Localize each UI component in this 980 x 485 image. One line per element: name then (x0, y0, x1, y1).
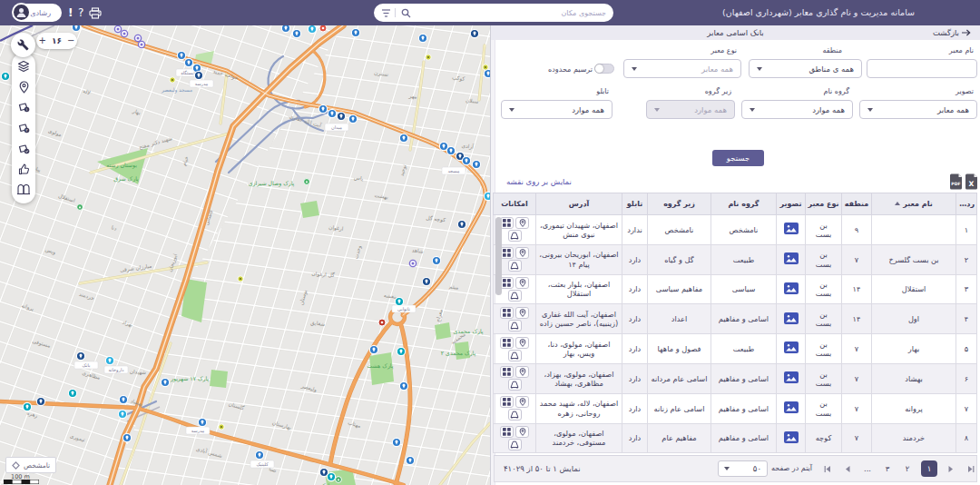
avatar[interactable] (12, 3, 31, 22)
zoom-in-button[interactable]: + (36, 34, 49, 48)
map-marker-pin[interactable] (422, 277, 430, 285)
tag-check-icon[interactable] (16, 142, 31, 156)
map-marker-pin[interactable] (292, 29, 300, 37)
table-scrollbar-thumb[interactable] (495, 217, 502, 295)
row-grid-button[interactable] (500, 217, 514, 229)
map-marker-pin[interactable] (198, 418, 206, 426)
map-marker-pin[interactable] (328, 109, 336, 117)
cell-image[interactable] (777, 334, 806, 364)
column-header[interactable]: تابلو (622, 193, 648, 215)
map-marker-pin[interactable] (76, 351, 84, 360)
help-button[interactable]: ? (78, 0, 83, 25)
map-marker-pin[interactable] (397, 347, 405, 355)
row-grid-button[interactable] (500, 247, 514, 259)
map-canvas[interactable]: بوستان رشتهپارک شرقپارک وصال شیرازیپارک … (0, 25, 491, 485)
page-forward-button[interactable] (945, 460, 957, 477)
map-marker-transit[interactable] (409, 260, 416, 266)
map-marker-pin[interactable] (406, 456, 414, 464)
place-search-input[interactable] (411, 5, 606, 20)
layers-icon[interactable] (16, 59, 31, 74)
sign-select[interactable]: همه موارد (501, 100, 612, 119)
row-locate-button[interactable] (515, 307, 529, 319)
column-header[interactable]: منطقه (842, 193, 872, 215)
row-locate-button[interactable] (515, 366, 529, 378)
tag-badge-1-icon[interactable]: ۱ (16, 100, 31, 114)
map-marker-pin[interactable] (23, 402, 31, 411)
table-row[interactable]: ۸خردمند۷کوچهاسامی و مفاهیممفاهیم عامدارد… (494, 423, 977, 453)
per-page-select[interactable]: ۵۰ (718, 460, 768, 477)
column-header[interactable]: تصویر (777, 193, 806, 215)
map-marker-pin[interactable] (484, 192, 491, 200)
table-row[interactable]: ۷پروانه۷بن بستاسامی و مفاهیماسامی عام زن… (494, 393, 977, 423)
row-sign-button[interactable] (508, 260, 522, 272)
map-marker-pin[interactable] (308, 25, 316, 34)
map-marker-pin[interactable] (281, 25, 289, 33)
row-locate-button[interactable] (515, 426, 529, 438)
street-name-input[interactable] (867, 59, 977, 78)
map-marker-red[interactable] (378, 319, 386, 326)
page-number-button[interactable]: ۲ (901, 460, 914, 477)
map-marker-pin[interactable] (105, 356, 113, 364)
table-row[interactable]: ۶بهشاد۷بن بستاسامی و مفاهیماسامی عام مرد… (494, 363, 977, 393)
map-marker-pin[interactable] (446, 146, 455, 154)
map-marker-pin[interactable] (177, 51, 185, 59)
table-row[interactable]: ۲بن بست گلسرخ۷بن بستطبیعتگل و گیاهدارداص… (494, 244, 977, 274)
zoom-out-button[interactable]: − (64, 34, 77, 48)
column-header[interactable]: زیر گروه (648, 193, 711, 215)
column-header[interactable]: امکانات (494, 193, 536, 215)
tag-badge-2-icon[interactable]: ۲ (16, 121, 31, 135)
region-select[interactable]: همه ی مناطق (749, 59, 862, 78)
alerts-button[interactable]: ! (68, 0, 73, 25)
map-marker-green[interactable] (336, 477, 342, 483)
map-marker-transit[interactable] (121, 30, 127, 36)
map-marker-dot[interactable] (483, 64, 488, 70)
row-grid-button[interactable] (500, 366, 514, 378)
map-marker-dot[interactable] (170, 77, 175, 83)
row-locate-button[interactable] (515, 217, 529, 229)
page-back-button[interactable] (841, 460, 854, 477)
map-marker-pin[interactable] (348, 114, 357, 123)
map-marker-transit[interactable] (134, 35, 141, 41)
name-group-select[interactable]: همه موارد (741, 100, 853, 119)
map-marker-pin[interactable] (184, 58, 192, 66)
table-row[interactable]: ۴اول۱۴بن بستاسامی و مفاهیماعداددارداصفها… (494, 304, 977, 334)
map-marker-dot[interactable] (426, 54, 431, 60)
map-marker-dot[interactable] (219, 424, 224, 430)
row-sign-button[interactable] (508, 350, 522, 361)
row-locate-button[interactable] (515, 277, 529, 289)
row-grid-button[interactable] (500, 277, 514, 289)
map-marker-pin[interactable] (68, 389, 76, 397)
export-pdf-button[interactable]: PDF (949, 173, 963, 193)
export-excel-button[interactable]: X (965, 173, 978, 193)
street-type-select[interactable]: همه معابر (623, 59, 741, 78)
map-marker-transit[interactable] (138, 41, 144, 47)
row-sign-button[interactable] (508, 230, 522, 242)
map-marker-pin[interactable] (194, 71, 202, 79)
map-marker-pin[interactable] (351, 28, 359, 36)
map-marker-pin[interactable] (470, 29, 478, 37)
map-marker-pin[interactable] (399, 381, 407, 390)
cell-image[interactable] (777, 215, 806, 245)
print-button[interactable] (89, 0, 102, 25)
map-marker-pin[interactable] (318, 104, 327, 113)
cell-image[interactable] (777, 274, 806, 304)
column-header[interactable]: نام معبر (872, 193, 956, 215)
column-header[interactable]: نوع معبر (806, 193, 842, 215)
search-icon[interactable] (401, 8, 411, 18)
map-marker-pin[interactable] (1, 72, 9, 80)
map-marker-pin[interactable] (119, 395, 127, 403)
filter-icon[interactable] (381, 8, 391, 18)
map-marker-green[interactable] (304, 179, 310, 185)
column-header[interactable]: آدرس (536, 193, 622, 215)
draw-area-toggle[interactable] (594, 64, 614, 74)
search-button[interactable]: جستجو (712, 150, 764, 166)
map-marker-green[interactable] (77, 204, 83, 211)
map-marker-transit[interactable] (114, 25, 121, 32)
page-first-button[interactable] (821, 460, 834, 477)
column-header[interactable]: ردیف (956, 193, 977, 215)
map-marker-pin[interactable] (432, 256, 440, 264)
map-marker-pin[interactable] (462, 156, 470, 164)
row-sign-button[interactable] (508, 290, 522, 302)
back-button[interactable]: بازگشت (933, 25, 971, 40)
map-marker-pin[interactable] (395, 297, 403, 305)
